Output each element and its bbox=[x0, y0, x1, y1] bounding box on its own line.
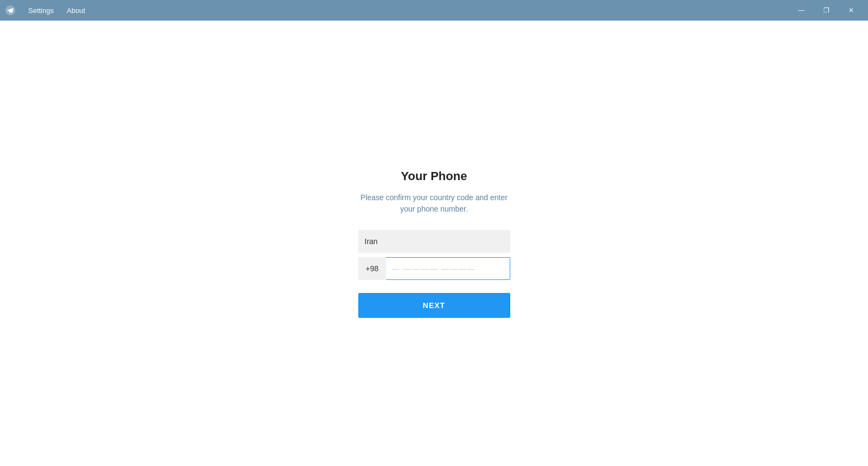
titlebar: Settings About — ❐ ✕ bbox=[0, 0, 868, 21]
close-button[interactable]: ✕ bbox=[839, 0, 864, 21]
phone-input[interactable] bbox=[386, 257, 510, 280]
restore-button[interactable]: ❐ bbox=[814, 0, 839, 21]
phone-row: +98 bbox=[358, 257, 510, 280]
next-button[interactable]: NEXT bbox=[358, 293, 510, 318]
phone-form: Your Phone Please confirm your country c… bbox=[358, 169, 510, 318]
form-subtitle: Please confirm your country code and ent… bbox=[358, 192, 510, 215]
window-controls: — ❐ ✕ bbox=[789, 0, 864, 21]
settings-menu-item[interactable]: Settings bbox=[22, 0, 60, 21]
main-content: Your Phone Please confirm your country c… bbox=[0, 21, 868, 466]
country-select[interactable]: Iran bbox=[358, 230, 510, 253]
form-title: Your Phone bbox=[401, 169, 467, 183]
about-menu-item[interactable]: About bbox=[60, 0, 92, 21]
country-code-display: +98 bbox=[358, 257, 387, 280]
minimize-button[interactable]: — bbox=[789, 0, 814, 21]
app-logo-icon bbox=[4, 4, 16, 16]
menu-bar: Settings About bbox=[22, 0, 92, 21]
